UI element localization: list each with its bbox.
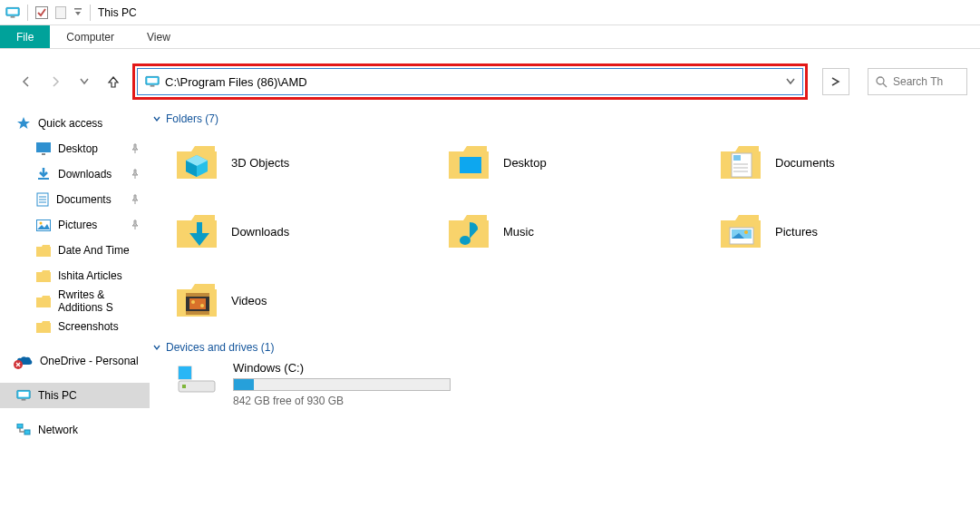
svg-point-40 xyxy=(191,300,195,304)
back-button[interactable] xyxy=(16,72,36,92)
group-devices[interactable]: Devices and drives (1) xyxy=(153,341,969,354)
pictures-folder-icon xyxy=(719,211,762,251)
svg-rect-43 xyxy=(182,385,186,388)
search-icon xyxy=(876,76,888,88)
svg-rect-28 xyxy=(733,155,741,161)
folder-pictures[interactable]: Pictures xyxy=(697,201,969,261)
svg-rect-5 xyxy=(74,8,82,10)
folder-downloads[interactable]: Downloads xyxy=(153,201,425,261)
sidebar-quick-access-label: Quick access xyxy=(38,117,102,130)
sidebar-item-label: Screenshots xyxy=(58,320,119,333)
svg-rect-38 xyxy=(186,311,209,315)
pin-icon xyxy=(130,219,141,230)
sidebar-onedrive[interactable]: OneDrive - Personal xyxy=(0,348,150,374)
pin-icon xyxy=(130,143,141,154)
svg-line-10 xyxy=(883,83,887,87)
drive-usage-bar xyxy=(233,378,451,391)
drive-info: Windows (C:) 842 GB free of 930 GB xyxy=(233,361,451,407)
address-bar-highlight xyxy=(132,63,808,100)
folder-documents[interactable]: Documents xyxy=(697,132,969,192)
sidebar-item-desktop[interactable]: Desktop xyxy=(0,136,150,161)
drive-name: Windows (C:) xyxy=(233,361,451,375)
drive-usage-fill xyxy=(234,379,254,390)
music-folder-icon xyxy=(447,211,490,251)
sidebar-item-label: Date And Time xyxy=(58,244,130,257)
tab-computer[interactable]: Computer xyxy=(50,25,131,48)
chevron-down-icon[interactable] xyxy=(786,78,795,85)
item-label: Desktop xyxy=(503,156,547,170)
group-folders-label: Folders (7) xyxy=(166,112,218,125)
this-pc-icon xyxy=(145,75,160,88)
address-input[interactable] xyxy=(165,75,781,89)
folder-music[interactable]: Music xyxy=(425,201,697,261)
group-devices-label: Devices and drives (1) xyxy=(166,341,274,354)
content-pane: Folders (7) 3D Objects Desktop Documents… xyxy=(150,103,980,517)
svg-point-32 xyxy=(460,236,471,245)
svg-rect-24 xyxy=(17,424,23,428)
sidebar-item-folder[interactable]: Ishita Articles xyxy=(0,263,150,288)
svg-rect-8 xyxy=(150,85,155,87)
item-label: Documents xyxy=(775,156,835,170)
svg-rect-25 xyxy=(24,430,30,434)
sidebar-item-documents[interactable]: Documents xyxy=(0,187,150,212)
svg-rect-48 xyxy=(185,373,191,379)
sidebar-item-folder[interactable]: Date And Time xyxy=(0,238,150,263)
sidebar-item-folder[interactable]: Screenshots xyxy=(0,314,150,339)
sidebar-network[interactable]: Network xyxy=(0,417,150,443)
recent-dropdown[interactable] xyxy=(74,72,94,92)
chevron-down-icon xyxy=(153,115,160,122)
sidebar-item-folder[interactable]: Rwrites & Additions S xyxy=(0,288,150,314)
onedrive-icon xyxy=(16,356,33,366)
sidebar-item-pictures[interactable]: Pictures xyxy=(0,212,150,238)
svg-rect-37 xyxy=(186,293,209,297)
qat-doc-icon[interactable] xyxy=(55,6,66,19)
svg-rect-23 xyxy=(22,399,26,401)
separator xyxy=(27,5,28,21)
folder-icon xyxy=(36,245,51,257)
svg-rect-39 xyxy=(189,298,206,309)
item-label: Downloads xyxy=(231,225,289,239)
item-label: Pictures xyxy=(775,225,818,239)
sidebar-item-label: Desktop xyxy=(58,142,98,155)
svg-rect-26 xyxy=(460,157,481,173)
drive-c[interactable]: Windows (C:) 842 GB free of 930 GB xyxy=(153,361,969,407)
chevron-down-icon xyxy=(153,344,160,351)
pictures-icon xyxy=(36,219,51,231)
qat-dropdown-icon[interactable] xyxy=(73,7,82,18)
sidebar-onedrive-label: OneDrive - Personal xyxy=(40,355,139,367)
svg-rect-22 xyxy=(18,392,28,397)
documents-icon xyxy=(36,192,49,207)
tab-view-label: View xyxy=(147,31,170,44)
sidebar-item-label: Ishita Articles xyxy=(58,269,122,282)
qat-checkbox-icon[interactable] xyxy=(35,6,48,19)
downloads-icon xyxy=(36,167,51,181)
go-button[interactable] xyxy=(822,68,849,95)
sidebar-quick-access[interactable]: Quick access xyxy=(0,111,150,136)
folder-3d-objects[interactable]: 3D Objects xyxy=(153,132,425,192)
drive-icon xyxy=(175,361,218,397)
svg-rect-13 xyxy=(38,178,49,180)
network-icon xyxy=(16,424,31,436)
folder-desktop[interactable]: Desktop xyxy=(425,132,697,192)
downloads-folder-icon xyxy=(175,211,218,251)
sidebar-item-label: Rwrites & Additions S xyxy=(58,288,141,314)
sidebar-this-pc[interactable]: This PC xyxy=(0,383,150,408)
forward-button[interactable] xyxy=(45,72,65,92)
sidebar-item-downloads[interactable]: Downloads xyxy=(0,161,150,187)
svg-point-9 xyxy=(877,77,884,84)
up-button[interactable] xyxy=(103,72,123,92)
svg-rect-7 xyxy=(147,78,157,83)
pin-icon xyxy=(130,194,141,205)
tab-view[interactable]: View xyxy=(131,25,187,48)
main-area: Quick access Desktop Downloads Documents… xyxy=(0,103,980,517)
sidebar-item-label: Pictures xyxy=(58,219,97,231)
search-placeholder: Search Th xyxy=(893,75,943,88)
ribbon-tabs: File Computer View xyxy=(0,25,980,49)
tab-file[interactable]: File xyxy=(0,25,50,48)
folder-videos[interactable]: Videos xyxy=(153,270,425,330)
folder-icon xyxy=(36,270,51,282)
search-box[interactable]: Search Th xyxy=(868,68,967,95)
address-bar[interactable] xyxy=(137,68,803,95)
svg-rect-1 xyxy=(7,9,17,15)
group-folders[interactable]: Folders (7) xyxy=(153,112,969,125)
